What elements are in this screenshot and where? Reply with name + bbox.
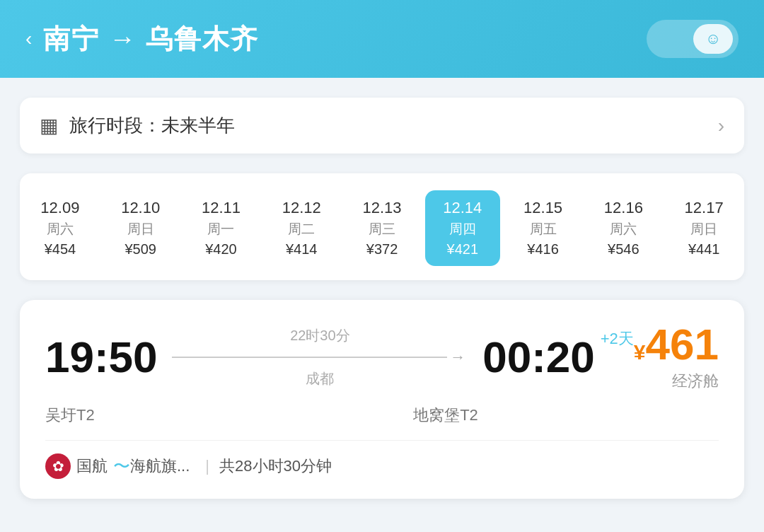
depart-time: 19:50 — [45, 335, 158, 379]
price-display: ¥461 — [634, 323, 719, 366]
smiley-icon: ☺ — [705, 30, 721, 48]
back-button[interactable]: ‹ — [25, 28, 32, 50]
airline2-name: 海航旗... — [130, 456, 190, 477]
price-section: ¥461 经济舱 — [634, 323, 719, 392]
date-item-12-17[interactable]: 12.17 周日 ¥441 — [666, 190, 741, 266]
plus-days: +2天 — [601, 328, 634, 349]
price-symbol: ¥ — [634, 340, 646, 364]
date-week: 周五 — [530, 220, 557, 238]
date-item-12-12[interactable]: 12.12 周二 ¥414 — [264, 190, 339, 266]
duration-text: 22时30分 — [290, 326, 350, 345]
arrive-airport-wrap: 地窝堡T2 — [130, 405, 719, 426]
flight-card[interactable]: 19:50 22时30分 → 成都 00:20 +2天 ¥461 经济舱 吴圩T… — [20, 300, 744, 499]
date-price: ¥454 — [45, 241, 76, 258]
date-num: 12.12 — [282, 199, 321, 217]
airlines-row: ✿ 国航 〜 海航旗... | 共28小时30分钟 — [45, 440, 719, 479]
date-num: 12.14 — [443, 199, 482, 217]
price-value: 461 — [646, 320, 719, 369]
date-price: ¥372 — [366, 241, 398, 258]
flight-main-row: 19:50 22时30分 → 成都 00:20 +2天 ¥461 经济舱 — [45, 323, 719, 392]
date-num: 12.16 — [604, 199, 643, 217]
airchina-phoenix-icon: ✿ — [52, 458, 64, 475]
arrow-icon: → — [450, 348, 465, 366]
date-num: 12.17 — [685, 199, 724, 217]
date-item-12-10[interactable]: 12.10 周日 ¥509 — [103, 190, 178, 266]
date-item-12-14[interactable]: 12.14 周四 ¥421 — [425, 190, 500, 266]
depart-airport: 吴圩T2 — [45, 405, 130, 426]
route-line: → — [172, 348, 469, 366]
date-price: ¥416 — [527, 241, 559, 258]
airchina-logo: ✿ — [45, 453, 71, 479]
date-num: 12.11 — [202, 199, 241, 217]
date-scroll: 12.09 周六 ¥454 12.10 周日 ¥509 12.11 周一 ¥42… — [20, 173, 744, 280]
date-week: 周六 — [47, 220, 74, 238]
date-week: 周三 — [369, 220, 395, 238]
date-price: ¥421 — [447, 241, 479, 258]
line-left — [172, 357, 448, 358]
date-list: 12.09 周六 ¥454 12.10 周日 ¥509 12.11 周一 ¥42… — [20, 190, 744, 266]
airports-row: 吴圩T2 地窝堡T2 — [45, 405, 719, 426]
date-num: 12.10 — [121, 199, 160, 217]
date-week: 周日 — [690, 220, 717, 238]
date-num: 12.15 — [523, 199, 562, 217]
date-item-12-16[interactable]: 12.16 周六 ¥546 — [586, 190, 661, 266]
date-price: ¥420 — [205, 241, 237, 258]
arrive-time: 00:20 — [482, 335, 595, 379]
date-week: 周六 — [610, 220, 637, 238]
cabin-label: 经济舱 — [672, 371, 719, 392]
date-week: 周四 — [449, 220, 476, 238]
flight-middle: 22时30分 → 成都 — [158, 326, 483, 388]
airline1-name: 国航 — [76, 456, 108, 477]
date-week: 周二 — [288, 220, 315, 238]
date-num: 12.13 — [362, 199, 401, 217]
total-duration: 共28小时30分钟 — [219, 456, 332, 477]
date-price: ¥414 — [286, 241, 318, 258]
period-selector[interactable]: ▦ 旅行时段：未来半年 › — [20, 98, 744, 154]
date-item-12-15[interactable]: 12.15 周五 ¥416 — [506, 190, 581, 266]
date-item-12-13[interactable]: 12.13 周三 ¥372 — [345, 190, 419, 266]
toggle-button[interactable]: ☺ — [647, 20, 739, 58]
date-item-12-11[interactable]: 12.11 周一 ¥420 — [184, 190, 259, 266]
toggle-knob: ☺ — [693, 24, 733, 54]
date-week: 周日 — [127, 220, 154, 238]
content-area: ▦ 旅行时段：未来半年 › 12.09 周六 ¥454 12.10 周日 ¥50… — [0, 78, 764, 499]
arrive-airport: 地窝堡T2 — [371, 405, 478, 426]
header: ‹ 南宁 → 乌鲁木齐 ☺ — [0, 0, 764, 78]
chevron-right-icon: › — [718, 115, 724, 137]
date-price: ¥509 — [125, 241, 156, 258]
date-week: 周一 — [207, 220, 234, 238]
period-label: 旅行时段：未来半年 — [69, 113, 718, 138]
date-num: 12.09 — [40, 199, 79, 217]
separator: | — [205, 457, 209, 475]
page-title: 南宁 → 乌鲁木齐 — [43, 21, 259, 57]
via-text: 成都 — [306, 369, 334, 388]
calendar-icon: ▦ — [40, 114, 58, 137]
date-price: ¥546 — [608, 241, 639, 258]
date-item-12-09[interactable]: 12.09 周六 ¥454 — [23, 190, 98, 266]
date-price: ¥441 — [688, 241, 720, 258]
hainan-logo: 〜 — [113, 455, 130, 478]
